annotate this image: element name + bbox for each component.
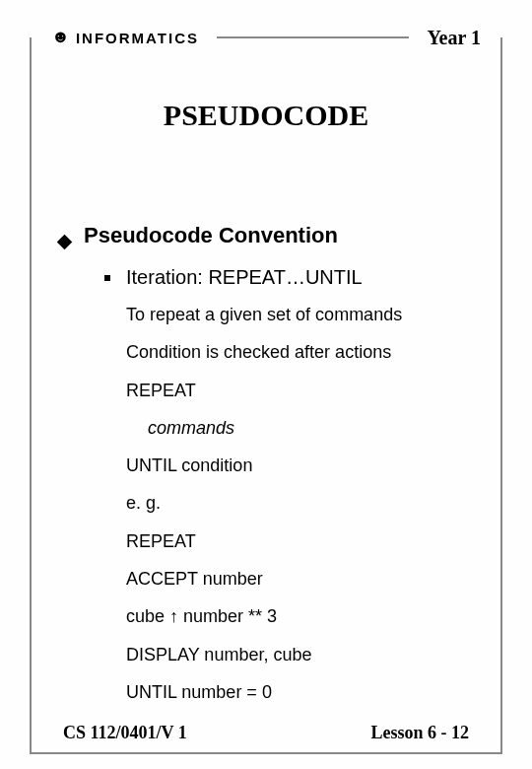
body-line: To repeat a given set of commands: [126, 303, 473, 326]
info-icon: ☻: [51, 28, 70, 45]
body-line: commands: [126, 416, 473, 440]
body-line: REPEAT: [126, 529, 473, 553]
subsection-text: Iteration: REPEAT…UNTIL: [126, 266, 363, 289]
subsection-row: Iteration: REPEAT…UNTIL: [104, 266, 473, 289]
slide-content: PSEUDOCODE Pseudocode Convention Iterati…: [59, 79, 473, 710]
footer-right: Lesson 6 - 12: [370, 723, 469, 743]
body-line: ACCEPT number: [126, 567, 473, 591]
section-row: Pseudocode Convention: [59, 223, 473, 248]
body-line: e. g.: [126, 491, 473, 515]
slide-footer: CS 112/0401/V 1 Lesson 6 - 12: [63, 723, 469, 743]
header-divider: [217, 36, 409, 38]
body-line: UNTIL condition: [126, 454, 473, 477]
body-line: cube ↑ number ** 3: [126, 604, 473, 628]
body-lines: To repeat a given set of commands Condit…: [126, 303, 473, 704]
body-line: Condition is checked after actions: [126, 340, 473, 364]
brand-text: INFORMATICS: [76, 30, 199, 46]
section-heading: Pseudocode Convention: [84, 223, 338, 248]
body-line: DISPLAY number, cube: [126, 643, 473, 666]
footer-left: CS 112/0401/V 1: [63, 723, 187, 743]
slide-header: ☻ INFORMATICS Year 1: [51, 24, 481, 51]
body-line: UNTIL number = 0: [126, 680, 473, 704]
brand-logo: ☻ INFORMATICS: [51, 29, 199, 46]
body-line: REPEAT: [126, 379, 473, 402]
slide-title: PSEUDOCODE: [59, 99, 473, 132]
year-label: Year 1: [427, 27, 481, 49]
square-bullet-icon: [104, 275, 110, 281]
diamond-bullet-icon: [57, 235, 73, 250]
